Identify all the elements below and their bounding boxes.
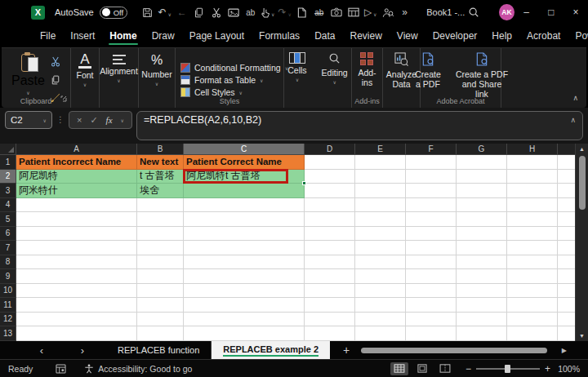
cell-B2[interactable]: t 古普塔 xyxy=(137,170,184,184)
zoom-slider[interactable] xyxy=(476,368,540,370)
tab-review[interactable]: Review xyxy=(342,24,389,47)
column-header-D[interactable]: D xyxy=(305,144,355,155)
cell-H11[interactable] xyxy=(507,298,558,313)
row-header-10[interactable]: 10 xyxy=(0,284,16,299)
column-header-E[interactable]: E xyxy=(355,144,406,155)
cell-F6[interactable] xyxy=(406,227,457,242)
cell-B12[interactable] xyxy=(137,313,184,327)
copy-icon[interactable] xyxy=(51,73,60,88)
cell-A1[interactable]: Patient Incorrect Name xyxy=(16,155,137,170)
cell-D4[interactable] xyxy=(305,198,355,213)
cell-H8[interactable] xyxy=(507,255,558,270)
row-header-3[interactable]: 3 xyxy=(0,184,16,198)
cell-H13[interactable] xyxy=(507,326,558,341)
cell-E12[interactable] xyxy=(355,313,406,327)
cell-G12[interactable] xyxy=(457,313,507,327)
column-header-A[interactable]: A xyxy=(16,144,137,155)
scroll-down-icon[interactable]: ▼ xyxy=(579,330,585,341)
cell-A2[interactable]: 阿尼凯特 xyxy=(16,170,137,184)
cell-C1[interactable]: Patient Correct Name xyxy=(184,155,305,170)
cell-B10[interactable] xyxy=(137,284,184,299)
cell-D13[interactable] xyxy=(305,326,355,341)
cell-A8[interactable] xyxy=(16,255,137,270)
conditional-formatting-button[interactable]: Conditional Formatting ∨ xyxy=(180,63,288,73)
cell-E1[interactable] xyxy=(355,155,406,170)
overflow-icon[interactable]: » xyxy=(396,3,413,21)
cut-icon[interactable] xyxy=(207,3,225,21)
tab-developer[interactable]: Developer xyxy=(425,24,485,47)
cell-G13[interactable] xyxy=(457,326,507,341)
zoom-level[interactable]: 100% xyxy=(555,364,580,374)
picture-icon[interactable] xyxy=(225,3,242,21)
tab-formulas[interactable]: Formulas xyxy=(252,24,307,47)
search-icon[interactable] xyxy=(465,7,483,18)
maximize-button[interactable]: □ xyxy=(539,0,564,24)
cell-F13[interactable] xyxy=(406,326,457,341)
column-header-G[interactable]: G xyxy=(457,144,507,155)
cell-F3[interactable] xyxy=(406,184,457,198)
cell-styles-button[interactable]: Cell Styles ∨ xyxy=(180,87,243,97)
tab-acrobat[interactable]: Acrobat xyxy=(519,24,568,47)
touch-icon[interactable]: ∨ xyxy=(259,3,276,21)
macro-record-icon[interactable] xyxy=(56,364,66,374)
cell-C3[interactable] xyxy=(184,184,305,198)
editing-button[interactable]: Editing ∨ xyxy=(318,52,351,108)
cell-A7[interactable] xyxy=(16,241,137,255)
cell-D6[interactable] xyxy=(305,227,355,242)
replace-icon[interactable]: ab xyxy=(242,3,259,21)
cell-E6[interactable] xyxy=(355,227,406,242)
cell-A11[interactable] xyxy=(16,298,137,313)
cell-C12[interactable] xyxy=(184,313,305,327)
page-layout-view-icon[interactable] xyxy=(413,362,431,375)
name-box[interactable]: C2 ∨ xyxy=(5,111,52,129)
cell-H9[interactable] xyxy=(507,269,558,284)
cell-C10[interactable] xyxy=(184,284,305,299)
row-header-2[interactable]: 2 xyxy=(0,170,16,184)
cell-B3[interactable]: 埃舍 xyxy=(137,184,184,198)
cell-F12[interactable] xyxy=(406,313,457,327)
cell-E3[interactable] xyxy=(355,184,406,198)
cell-B8[interactable] xyxy=(137,255,184,270)
column-header-H[interactable]: H xyxy=(507,144,558,155)
cell-G3[interactable] xyxy=(457,184,507,198)
ribbon-collapse-icon[interactable]: ∧ xyxy=(572,94,578,102)
cell-G1[interactable] xyxy=(457,155,507,170)
cell-A13[interactable] xyxy=(16,326,137,341)
cut-icon[interactable] xyxy=(51,55,60,70)
cell-D10[interactable] xyxy=(305,284,355,299)
sheet-tab-replaceb-function[interactable]: REPLACEB function xyxy=(106,341,212,359)
cell-D3[interactable] xyxy=(305,184,355,198)
cell-G6[interactable] xyxy=(457,227,507,242)
cell-G5[interactable] xyxy=(457,212,507,227)
row-header-1[interactable]: 1 xyxy=(0,155,16,170)
cells-button[interactable]: Cells ∨ xyxy=(284,52,310,108)
redo-icon[interactable]: ↷∨ xyxy=(276,3,293,21)
fill-handle[interactable] xyxy=(302,181,306,185)
row-header-9[interactable]: 9 xyxy=(0,269,16,284)
cell-C2[interactable]: 阿尼凯特t 古普塔 xyxy=(184,170,305,184)
cell-H6[interactable] xyxy=(507,227,558,242)
select-all-corner[interactable] xyxy=(0,144,16,155)
cell-H4[interactable] xyxy=(507,198,558,213)
cell-H5[interactable] xyxy=(507,212,558,227)
cell-G7[interactable] xyxy=(457,241,507,255)
cell-D8[interactable] xyxy=(305,255,355,270)
cell-C5[interactable] xyxy=(184,212,305,227)
cell-F7[interactable] xyxy=(406,241,457,255)
undo-icon[interactable]: ↶∨ xyxy=(156,3,173,21)
row-header-13[interactable]: 13 xyxy=(0,326,16,341)
copy-icon[interactable] xyxy=(190,3,207,21)
tab-insert[interactable]: Insert xyxy=(63,24,102,47)
new-file-icon[interactable] xyxy=(293,3,310,21)
cell-H3[interactable] xyxy=(507,184,558,198)
macro-play-icon[interactable]: ▷∨ xyxy=(362,3,379,21)
cell-B5[interactable] xyxy=(137,212,184,227)
cell-B13[interactable] xyxy=(137,326,184,341)
cell-H7[interactable] xyxy=(507,241,558,255)
cell-F10[interactable] xyxy=(406,284,457,299)
horizontal-scroll-thumb[interactable] xyxy=(361,348,547,353)
cell-D7[interactable] xyxy=(305,241,355,255)
number-group[interactable]: % Number ∨ xyxy=(139,48,176,108)
vertical-scrollbar[interactable]: ▲ ▼ xyxy=(575,144,588,341)
formula-input[interactable]: =REPLACEB(A2,6,10,B2) ∧ xyxy=(136,111,583,140)
